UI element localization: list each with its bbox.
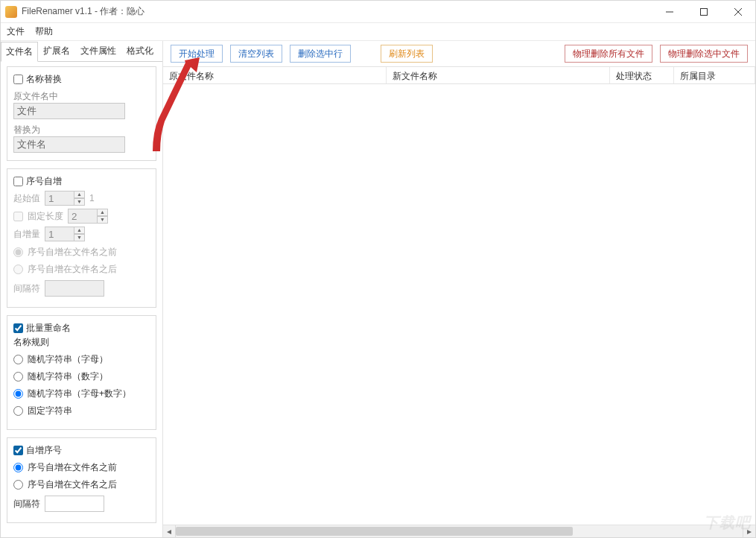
label-auto-after: 序号自增在文件名之后 [28, 478, 117, 491]
window-controls [652, 1, 755, 23]
group-auto-seq: 自增序号 序号自增在文件名之前 序号自增在文件名之后 间隔符 [7, 437, 156, 523]
radio-seq-after[interactable] [13, 265, 23, 274]
check-name-replace[interactable] [13, 75, 23, 84]
maximize-button[interactable] [687, 1, 721, 23]
col-new-name[interactable]: 新文件名称 [387, 67, 610, 83]
toolbar: 开始处理 清空列表 删除选中行 刷新列表 物理删除所有文件 物理删除选中文件 [163, 41, 755, 66]
label-batch-rename: 批量重命名 [26, 322, 71, 335]
menu-file[interactable]: 文件 [7, 25, 25, 38]
radio-rule-alpha[interactable] [13, 355, 23, 364]
label-sequence: 序号自增 [26, 175, 62, 188]
scroll-left-icon[interactable]: ◂ [163, 525, 176, 538]
start-button[interactable]: 开始处理 [171, 45, 223, 63]
scroll-track[interactable] [176, 525, 743, 538]
radio-rule-fixed[interactable] [13, 406, 23, 416]
input-auto-sep[interactable] [45, 496, 104, 512]
delete-selected-button[interactable]: 删除选中行 [290, 45, 351, 63]
clear-list-button[interactable]: 清空列表 [230, 45, 282, 63]
group-name-replace: 名称替换 原文件名中 替换为 [7, 66, 156, 161]
menubar: 文件 帮助 [1, 23, 755, 41]
label-start-value: 起始值 [13, 192, 40, 205]
window-title: FileRenamer v1.1 - 作者：隐心 [22, 5, 144, 18]
label-name-replace: 名称替换 [26, 73, 62, 86]
input-seq-sep[interactable] [45, 280, 104, 297]
label-rule-num: 随机字符串（数字） [28, 370, 108, 383]
col-directory[interactable]: 所属目录 [674, 67, 755, 83]
label-auto-sep: 间隔符 [13, 498, 40, 510]
scroll-thumb[interactable] [176, 527, 573, 536]
minimize-button[interactable] [652, 1, 687, 23]
check-sequence[interactable] [13, 177, 23, 186]
label-step: 自增量 [13, 228, 40, 241]
right-panel: 开始处理 清空列表 删除选中行 刷新列表 物理删除所有文件 物理删除选中文件 原… [163, 41, 755, 537]
label-replace-to: 替换为 [13, 124, 150, 136]
phys-delete-all-button[interactable]: 物理删除所有文件 [565, 45, 652, 63]
tab-attributes[interactable]: 文件属性 [75, 41, 121, 61]
app-icon [5, 6, 17, 18]
check-auto-seq[interactable] [13, 446, 23, 455]
radio-rule-num[interactable] [13, 372, 23, 382]
check-fixed-length[interactable] [13, 212, 23, 221]
radio-seq-before[interactable] [13, 247, 23, 257]
input-replace-in[interactable] [13, 103, 125, 119]
refresh-list-button[interactable]: 刷新列表 [381, 45, 433, 63]
label-replace-in: 原文件名中 [13, 90, 150, 103]
radio-rule-alnum[interactable] [13, 389, 23, 399]
table-body [163, 84, 755, 525]
table-header: 原文件名称 新文件名称 处理状态 所属目录 [163, 66, 755, 84]
body: 文件名 扩展名 文件属性 格式化 名称替换 原文件名中 替换为 [1, 41, 755, 537]
label-seq-sep: 间隔符 [13, 282, 40, 295]
label-rule-fixed: 固定字符串 [28, 405, 72, 417]
svg-rect-1 [701, 8, 708, 15]
tab-extension[interactable]: 扩展名 [38, 41, 75, 61]
phys-delete-selected-button[interactable]: 物理删除选中文件 [660, 45, 748, 63]
label-seq-after: 序号自增在文件名之后 [28, 263, 117, 276]
left-scroll: 名称替换 原文件名中 替换为 序号自增 起始值 [1, 62, 162, 537]
spin-step[interactable]: ▲▼ [45, 227, 85, 241]
label-name-rule: 名称规则 [13, 336, 150, 349]
col-status[interactable]: 处理状态 [610, 67, 674, 83]
label-fixed-length: 固定长度 [28, 210, 63, 223]
scroll-right-icon[interactable]: ▸ [743, 525, 755, 538]
label-rule-alpha: 随机字符串（字母） [28, 353, 108, 366]
input-replace-to[interactable] [13, 136, 125, 153]
suffix-1: 1 [89, 193, 95, 203]
horizontal-scrollbar[interactable]: ◂ ▸ [163, 525, 755, 537]
group-sequence: 序号自增 起始值 ▲▼ 1 固定长度 [7, 168, 156, 308]
radio-auto-before[interactable] [13, 463, 23, 472]
app-window: FileRenamer v1.1 - 作者：隐心 文件 帮助 文件名 扩展名 文… [0, 0, 756, 538]
titlebar: FileRenamer v1.1 - 作者：隐心 [1, 1, 755, 23]
tab-filename[interactable]: 文件名 [1, 42, 38, 62]
spin-start-value[interactable]: ▲▼ [45, 191, 85, 206]
label-auto-before: 序号自增在文件名之前 [28, 461, 117, 474]
radio-auto-after[interactable] [13, 480, 23, 490]
tab-format[interactable]: 格式化 [121, 41, 159, 61]
close-button[interactable] [721, 1, 755, 23]
menu-help[interactable]: 帮助 [35, 25, 53, 38]
check-batch-rename[interactable] [13, 323, 23, 333]
col-original-name[interactable]: 原文件名称 [163, 67, 387, 83]
label-auto-seq: 自增序号 [26, 444, 62, 457]
left-tabs: 文件名 扩展名 文件属性 格式化 [1, 41, 162, 62]
spin-fixed-length[interactable]: ▲▼ [68, 209, 108, 224]
label-rule-alnum: 随机字符串（字母+数字） [28, 387, 131, 400]
label-seq-before: 序号自增在文件名之前 [28, 246, 117, 259]
left-panel: 文件名 扩展名 文件属性 格式化 名称替换 原文件名中 替换为 [1, 41, 163, 537]
group-batch-rename: 批量重命名 名称规则 随机字符串（字母） 随机字符串（数字） 随机字符串（字母+… [7, 315, 156, 430]
